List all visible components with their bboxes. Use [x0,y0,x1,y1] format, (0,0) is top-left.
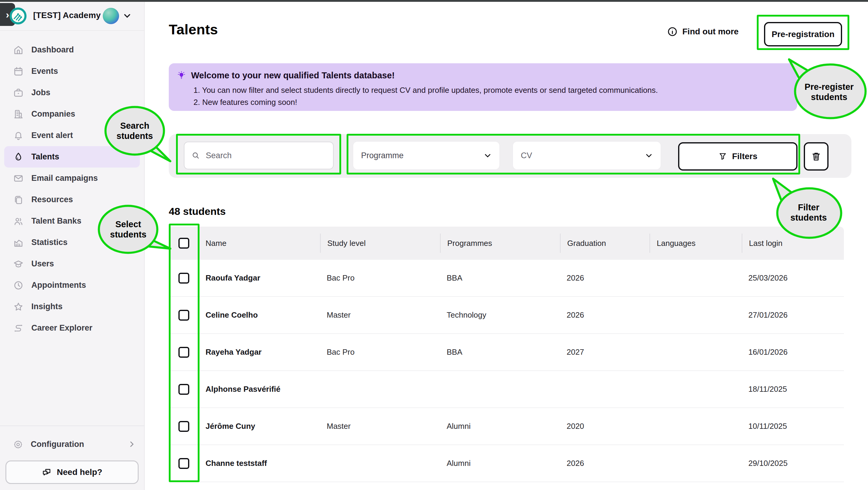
sidebar-item-dashboard[interactable]: Dashboard [4,39,140,61]
search-input[interactable] [206,151,326,160]
sidebar-item-label: Talent Banks [31,216,82,226]
sidebar-item-resources[interactable]: Resources [4,189,140,210]
cell-graduation: 2020 [560,422,650,431]
sidebar-item-event-alert[interactable]: Event alert [4,125,140,146]
column-header-name[interactable]: Name [199,234,320,253]
programme-select-label: Programme [361,151,404,160]
cell-name[interactable]: Raoufa Yadgar [199,273,320,283]
user-avatar[interactable] [103,8,119,24]
need-help-button[interactable]: Need help? [5,460,138,484]
column-header-programmes[interactable]: Programmes [440,234,560,253]
cell-study-level: Bac Pro [320,347,440,357]
table-row[interactable]: Raoufa Yadgar Bac Pro BBA 2026 25/03/202… [169,260,844,297]
sidebar-item-companies[interactable]: Companies [4,103,140,125]
sidebar-item-insights[interactable]: Insights [4,296,140,317]
sidebar-item-label: Events [31,67,58,76]
table-row[interactable]: Jérôme Cuny Master Alumni 2020 10/11/202… [169,408,844,445]
row-checkbox[interactable] [179,458,189,469]
row-checkbox[interactable] [179,421,189,432]
column-header-languages[interactable]: Languages [650,234,742,253]
column-header-graduation[interactable]: Graduation [560,234,650,253]
chat-bubbles-icon [42,467,52,477]
sidebar-item-talents[interactable]: Talents [4,146,140,167]
cell-graduation: 2026 [560,273,650,283]
search-box[interactable] [184,142,334,170]
cell-name[interactable]: Rayeha Yadgar [199,347,320,357]
clock-icon [13,280,24,290]
sidebar-item-career-explorer[interactable]: Career Explorer [4,317,140,339]
pre-registration-button[interactable]: Pre-registration [764,22,842,47]
sidebar-item-appointments[interactable]: Appointments [4,275,140,296]
sidebar-item-label: Career Explorer [31,323,93,333]
sidebar-item-label: Statistics [31,238,67,247]
find-out-more-link[interactable]: Find out more [667,27,739,37]
cv-select[interactable]: CV [513,142,661,170]
sidebar-item-label: Appointments [31,281,86,290]
sidebar-nav: Dashboard Events Jobs Companies Event al… [0,31,144,339]
row-checkbox[interactable] [179,310,189,320]
funnel-icon [718,152,727,161]
sidebar-item-email-campaigns[interactable]: Email campaigns [4,167,140,189]
students-table: Name Study level Programmes Graduation L… [169,226,844,482]
sidebar-item-events[interactable]: Events [4,61,140,82]
account-chevron-down-icon[interactable] [123,11,131,20]
cell-name[interactable]: Alphonse Pasvérifié [199,385,320,394]
table-row[interactable]: Rayeha Yadgar Bac Pro BBA 2027 16/01/202… [169,334,844,371]
clear-filters-button[interactable] [804,142,829,171]
column-header-last-login[interactable]: Last login [742,234,844,253]
route-icon [13,323,24,333]
student-count-heading: 48 students [169,206,226,217]
cell-last-login: 16/01/2026 [742,347,844,357]
table-row[interactable]: Channe teststaff Alumni 2026 29/10/2025 [169,445,844,482]
welcome-banner: Welcome to your new qualified Talents da… [169,63,797,111]
table-header-row: Name Study level Programmes Graduation L… [169,226,844,260]
flame-icon [13,152,24,162]
row-checkbox[interactable] [179,273,189,283]
cell-last-login: 25/03/2026 [742,273,844,283]
chevron-down-icon [484,152,492,159]
lightbulb-icon [177,71,186,81]
cell-last-login: 18/11/2025 [742,385,844,394]
programme-select[interactable]: Programme [353,142,499,170]
sidebar-item-configuration[interactable]: Configuration [0,434,144,454]
cell-name[interactable]: Celine Coelho [199,310,320,320]
sidebar-item-label: Users [31,259,54,269]
row-checkbox[interactable] [179,347,189,358]
row-checkbox[interactable] [179,384,189,395]
configuration-label: Configuration [31,440,128,449]
table-row[interactable]: Celine Coelho Master Technology 2026 27/… [169,297,844,334]
sidebar-header: › [TEST] Academy [0,0,144,31]
sidebar-item-users[interactable]: Users [4,253,140,275]
cell-last-login: 27/01/2026 [742,310,844,320]
banner-item-1: 1. You can now filter and select student… [193,84,788,96]
org-name[interactable]: [TEST] Academy [33,0,101,31]
sidebar-item-label: Email campaigns [31,174,98,183]
chart-icon [13,238,24,248]
need-help-label: Need help? [57,467,102,477]
search-icon [192,151,200,160]
calendar-icon [13,66,24,76]
sidebar-item-statistics[interactable]: Statistics [4,232,140,253]
cell-name[interactable]: Jérôme Cuny [199,422,320,431]
filters-button[interactable]: Filters [678,142,798,171]
cell-study-level: Master [320,422,440,431]
people-icon [13,216,24,226]
table-row[interactable]: Alphonse Pasvérifié 18/11/2025 [169,371,844,408]
column-header-study-level[interactable]: Study level [320,234,440,253]
sidebar-item-label: Resources [31,195,73,204]
banner-item-2: 2. New features coming soon! [193,96,788,108]
window-top-strip [0,0,868,2]
envelope-icon [13,173,24,184]
star-icon [13,302,24,312]
select-all-checkbox[interactable] [179,238,189,249]
sidebar-item-jobs[interactable]: Jobs [4,82,140,103]
info-icon [667,27,678,37]
talents-page: › [TEST] Academy Dashboard Events [0,0,868,490]
cell-study-level: Master [320,310,440,320]
sidebar-item-label: Event alert [31,131,73,140]
sidebar-item-label: Dashboard [31,45,74,55]
building-icon [13,109,24,119]
cell-name[interactable]: Channe teststaff [199,459,320,468]
cell-graduation: 2026 [560,310,650,320]
sidebar-item-talent-banks[interactable]: Talent Banks [4,210,140,232]
